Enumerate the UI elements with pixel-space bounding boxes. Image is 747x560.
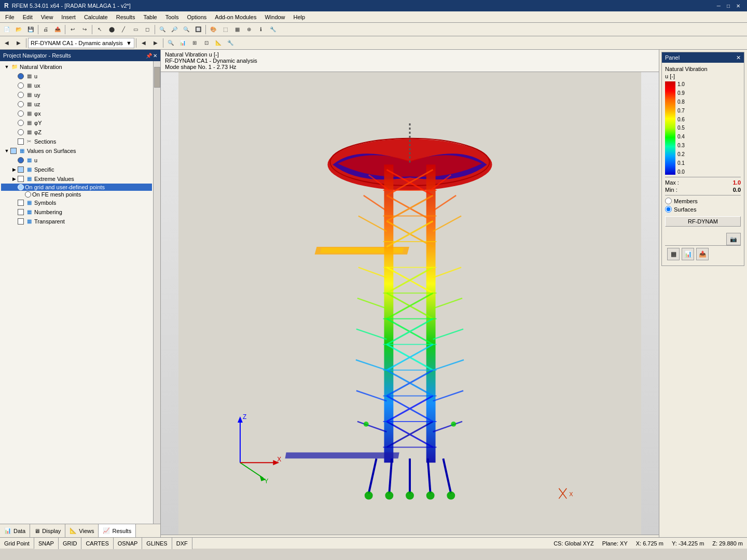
titlebar-controls[interactable]: ─ □ ✕ xyxy=(714,3,743,9)
tree-extreme[interactable]: ▶ ▦ Extreme Values xyxy=(1,174,152,184)
tb-select[interactable]: ↖ xyxy=(94,24,105,35)
tb-undo[interactable]: ↩ xyxy=(67,24,78,35)
tab-results[interactable]: 📈 Results xyxy=(99,524,136,537)
tree-values-surfaces[interactable]: ▼ ▦ Values on Surfaces xyxy=(1,146,152,156)
nav-scrollbar[interactable] xyxy=(153,61,160,524)
tree-symbols[interactable]: ▦ Symbols xyxy=(1,198,152,207)
tree-sections[interactable]: ✂ Sections xyxy=(1,137,152,146)
tb-surface[interactable]: ▭ xyxy=(130,24,141,35)
check-numbering[interactable] xyxy=(18,209,24,215)
snap-snap[interactable]: SNAP xyxy=(34,538,59,549)
tb-solid[interactable]: ◻ xyxy=(142,24,153,35)
screenshot-btn[interactable]: 📷 xyxy=(726,233,741,245)
tb-zoom-all[interactable]: 🔍 xyxy=(157,24,168,35)
menu-insert[interactable]: Insert xyxy=(57,13,80,21)
tree-uy[interactable]: ▦ uy xyxy=(1,90,152,100)
tb-more3[interactable]: ℹ xyxy=(255,24,267,35)
tb2-b2[interactable]: ▶ xyxy=(13,37,24,49)
tb-redo[interactable]: ↪ xyxy=(79,24,90,35)
radio-phiz[interactable] xyxy=(18,129,24,135)
radio-phix[interactable] xyxy=(18,110,24,117)
expand-icon[interactable]: ▼ xyxy=(3,148,10,153)
tb-wire[interactable]: ⬚ xyxy=(219,24,231,35)
tree-phiz[interactable]: ▦ φZ xyxy=(1,128,152,137)
tree-u[interactable]: ▦ u xyxy=(1,72,152,81)
menu-file[interactable]: File xyxy=(1,13,19,21)
analysis-dropdown[interactable]: RF-DYNAM CA1 - Dynamic analysis ▼ xyxy=(28,38,134,48)
surfaces-radio-row[interactable]: Surfaces xyxy=(665,206,741,213)
nav-header-btns[interactable]: 📌 ✕ xyxy=(146,53,157,59)
tree-mesh-points[interactable]: On FE mesh points xyxy=(1,191,152,198)
menu-options[interactable]: Options xyxy=(183,13,211,21)
menu-view[interactable]: View xyxy=(37,13,58,21)
minimize-btn[interactable]: ─ xyxy=(714,3,723,9)
members-radio-row[interactable]: Members xyxy=(665,198,741,204)
nav-close-btn[interactable]: ✕ xyxy=(153,53,157,59)
snap-glines[interactable]: GLINES xyxy=(142,538,172,549)
radio-uy[interactable] xyxy=(18,92,24,98)
tb2-b1[interactable]: ◀ xyxy=(1,37,12,49)
radio-grid[interactable] xyxy=(18,184,24,190)
tb-more4[interactable]: 🔧 xyxy=(267,24,279,35)
tb-export[interactable]: 📤 xyxy=(52,24,63,35)
3d-viewport[interactable]: Z Y X X xyxy=(161,72,659,535)
tree-natural-vibration[interactable]: ▼ 📁 Natural Vibration xyxy=(1,62,152,72)
maximize-btn[interactable]: □ xyxy=(724,3,732,9)
tb2-more6[interactable]: 🔧 xyxy=(225,37,236,49)
menu-addon[interactable]: Add-on Modules xyxy=(211,13,260,21)
nav-scroll-thumb[interactable] xyxy=(154,67,160,88)
tab-views[interactable]: 📐 Views xyxy=(65,524,99,537)
tb-new[interactable]: 📄 xyxy=(1,24,12,35)
snap-grid[interactable]: GRID xyxy=(59,538,82,549)
panel-chart-icon[interactable]: 📊 xyxy=(682,248,694,260)
radio-phiy[interactable] xyxy=(18,120,24,126)
tab-data[interactable]: 📊 Data xyxy=(0,524,30,537)
surfaces-radio[interactable] xyxy=(665,206,672,213)
tree-grid-points[interactable]: On grid and user-defined points xyxy=(1,184,152,191)
rf-dynam-btn[interactable]: RF-DYNAM xyxy=(665,216,741,227)
tb-view3d[interactable]: 🔲 xyxy=(192,24,204,35)
check-sections[interactable] xyxy=(18,138,24,145)
snap-dxf[interactable]: DXF xyxy=(172,538,192,549)
tb-zoom-out[interactable]: 🔍 xyxy=(181,24,192,35)
panel-table-icon[interactable]: ▦ xyxy=(667,248,680,260)
menu-window[interactable]: Window xyxy=(260,13,289,21)
tb2-more1[interactable]: 🔍 xyxy=(165,37,176,49)
tree-uz[interactable]: ▦ uz xyxy=(1,100,152,109)
check-transparent[interactable] xyxy=(18,218,24,225)
expand-icon[interactable]: ▼ xyxy=(3,64,10,69)
menu-tools[interactable]: Tools xyxy=(161,13,183,21)
tb-open[interactable]: 📂 xyxy=(13,24,24,35)
expand-icon3[interactable]: ▶ xyxy=(10,176,18,181)
menu-table[interactable]: Table xyxy=(139,13,161,21)
tab-display[interactable]: 🖥 Display xyxy=(30,524,65,537)
tb-node[interactable]: ⬤ xyxy=(106,24,117,35)
nav-pin-btn[interactable]: 📌 xyxy=(146,53,152,59)
menu-calculate[interactable]: Calculate xyxy=(80,13,112,21)
tree-container[interactable]: ▼ 📁 Natural Vibration ▦ u ▦ ux xyxy=(0,61,160,524)
tb-render[interactable]: 🎨 xyxy=(208,24,219,35)
tb2-more5[interactable]: 📐 xyxy=(213,37,224,49)
menu-help[interactable]: Help xyxy=(289,13,310,21)
menu-results[interactable]: Results xyxy=(112,13,140,21)
tb-line[interactable]: ╱ xyxy=(118,24,129,35)
snap-cartes[interactable]: CARTES xyxy=(81,538,113,549)
tree-specific[interactable]: ▶ ▦ Specific xyxy=(1,165,152,174)
tree-phix[interactable]: ▦ φx xyxy=(1,109,152,118)
radio-uz[interactable] xyxy=(18,101,24,107)
tree-phiy[interactable]: ▦ φY xyxy=(1,118,152,128)
tree-u2[interactable]: ▦ u xyxy=(1,156,152,165)
tb2-more4[interactable]: ⊡ xyxy=(201,37,212,49)
tree-ux[interactable]: ▦ ux xyxy=(1,81,152,90)
check-symbols[interactable] xyxy=(18,200,24,206)
tb2-more3[interactable]: ⊞ xyxy=(189,37,200,49)
radio-mesh[interactable] xyxy=(25,191,31,198)
tree-numbering[interactable]: ▦ Numbering xyxy=(1,207,152,217)
tb2-more2[interactable]: 📊 xyxy=(177,37,188,49)
tb-save[interactable]: 💾 xyxy=(25,24,36,35)
radio-ux[interactable] xyxy=(18,82,24,89)
tb-zoom-in[interactable]: 🔎 xyxy=(169,24,180,35)
tb-more2[interactable]: ⊕ xyxy=(243,24,255,35)
panel-export-icon[interactable]: 📤 xyxy=(696,248,709,260)
radio-u2[interactable] xyxy=(18,157,24,163)
